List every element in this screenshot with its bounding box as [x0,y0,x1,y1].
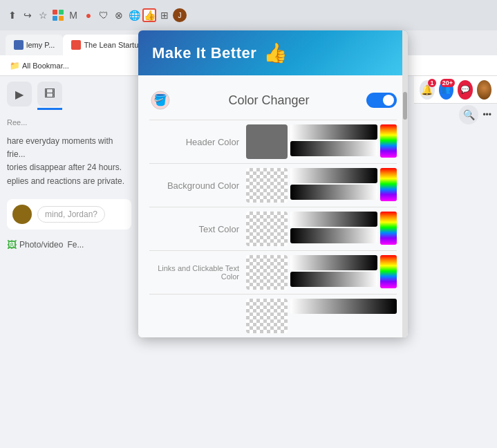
fb-topbar-right: 🔔 1 👥 20+ 💬 [414,76,497,104]
facebook-content: ▶ 🎞 Ree... hare everyday moments with fr… [0,76,138,448]
fb-nav-reels[interactable]: 🎞 [37,82,62,106]
extension-popup: Make It Better 👍 🪣 Color Changer Header … [138,30,408,337]
feeling-btn[interactable]: Fe... [67,239,84,250]
friends-badge: 20+ [440,79,455,87]
messenger-notif[interactable]: 💬 [458,80,473,100]
svg-rect-3 [59,16,64,21]
paint-icon: 🪣 [149,89,171,111]
popup-body: 🪣 Color Changer Header Color [138,75,408,337]
color-changer-title: Color Changer [178,93,359,108]
header-bw-gradient-2[interactable] [290,141,377,156]
friends-notif[interactable]: 👥 20+ [439,80,454,100]
fb-nav-video[interactable]: ▶ [7,82,32,106]
right-sidebar: es ••• 🔍 ••• [414,76,497,448]
post-avatar [12,205,32,224]
bg-rainbow-bar[interactable] [380,168,397,201]
bookmark-item[interactable]: 📁 All Bookmar... [6,58,73,73]
links-color-label: Links and Clickable Text Color [149,264,239,281]
header-color-label: Header Color [149,137,239,147]
header-rainbow-bar[interactable] [380,124,397,158]
thumbsup-extension-icon[interactable]: 👍 [142,8,156,22]
bg-color-row: Background Color [149,163,397,207]
extra-color-swatch[interactable] [246,299,288,333]
popup-title: Make It Better [152,44,256,62]
notification-bell[interactable]: 🔔 1 [420,80,435,100]
links-color-swatch[interactable] [246,255,288,290]
bg-gradient-bars[interactable] [290,168,377,203]
bg-bw-gradient[interactable] [290,168,377,183]
header-gradient-bars[interactable] [290,124,377,159]
text-bw-gradient[interactable] [290,212,377,227]
popup-thumbs-icon: 👍 [263,41,288,64]
text-bw-gradient-2[interactable] [290,228,377,243]
fb-reels-label: Ree... [0,115,138,129]
links-gradient-bars[interactable] [290,255,377,290]
ext-icon-shield[interactable]: 🛡 [97,8,111,22]
bg-color-label: Background Color [149,180,239,191]
tab-1[interactable]: lemy P... [6,35,63,55]
color-changer-header: 🪣 Color Changer [149,84,397,120]
svg-text:🪣: 🪣 [153,93,167,106]
fb-active-indicator [37,108,62,110]
toggle-thumb [383,95,394,106]
header-color-row: Header Color [149,120,397,163]
bg-color-swatch[interactable] [246,168,288,203]
links-color-row: Links and Clickable Text Color [149,250,397,294]
post-placeholder[interactable]: mind, Jordan? [37,206,105,223]
user-avatar[interactable] [477,80,492,100]
color-changer-toggle[interactable] [366,93,397,108]
ext-icon-grid[interactable]: ⊞ [158,8,171,22]
svg-rect-2 [53,16,57,21]
extra-gradient-bars[interactable] [290,299,397,333]
fb-text-1: hare everyday moments with frie... torie… [0,129,138,194]
fb-post-box[interactable]: mind, Jordan? [7,199,131,230]
bg-color-picker[interactable] [246,168,397,203]
user-account-icon[interactable]: J [173,8,187,22]
browser-chrome: ⬆ ↪ ☆ M ● 🛡 ⊗ 🌐 👍 ⊞ J [0,0,497,30]
ext-icon-opera[interactable]: ● [82,8,95,22]
popup-header: Make It Better 👍 [138,30,408,75]
svg-rect-1 [59,10,64,15]
ext-icon-globe[interactable]: 🌐 [127,8,141,22]
scrollbar-thumb[interactable] [403,92,407,120]
right-sidebar-search[interactable]: 🔍 ••• [420,101,491,129]
links-bw-gradient-2[interactable] [290,272,377,287]
links-color-picker[interactable] [246,255,397,290]
links-rainbow-bar[interactable] [380,255,397,288]
extra-bw-gradient[interactable] [290,299,397,314]
ext-icon-1[interactable] [51,8,65,22]
text-color-row: Text Color [149,207,397,250]
extra-color-row [149,294,397,337]
bg-bw-gradient-2[interactable] [290,185,377,200]
text-color-swatch[interactable] [246,212,288,246]
folder-icon: 📁 [10,61,20,71]
text-rainbow-bar[interactable] [380,212,397,245]
header-bw-gradient[interactable] [290,124,377,140]
star-icon[interactable]: ☆ [36,8,50,22]
links-bw-gradient[interactable] [290,255,377,270]
bell-badge: 1 [428,79,435,87]
popup-scrollbar[interactable] [402,30,408,337]
header-color-swatch[interactable] [246,124,288,159]
forward-icon[interactable]: ↪ [21,8,35,22]
fb-nav-icons: ▶ 🎞 [0,76,138,115]
ext-icon-m[interactable]: M [66,8,80,22]
ext-icon-circle[interactable]: ⊗ [112,8,126,22]
text-color-label: Text Color [149,224,239,234]
share-icon[interactable]: ⬆ [6,8,19,22]
fb-post-actions: 🖼 Photo/video Fe... [0,235,138,254]
svg-rect-0 [53,10,57,15]
search-icon[interactable]: 🔍 [459,105,478,124]
header-color-picker[interactable] [246,124,397,159]
text-gradient-bars[interactable] [290,212,377,246]
photo-icon: 🖼 [7,239,17,250]
photo-video-btn[interactable]: 🖼 Photo/video [7,239,63,250]
extra-color-picker[interactable] [246,299,397,333]
text-color-picker[interactable] [246,212,397,246]
